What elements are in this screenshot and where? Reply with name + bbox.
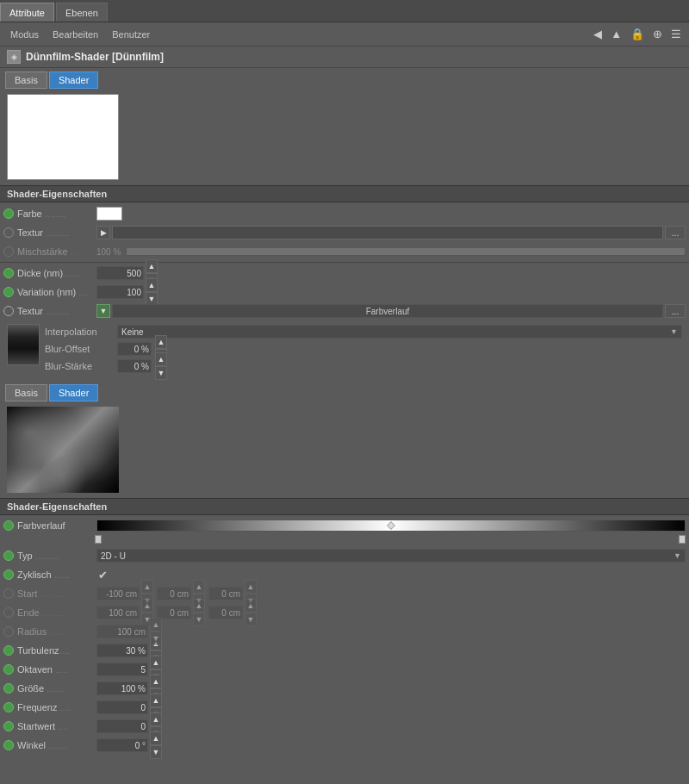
section1-tab-basis[interactable]: Basis (5, 72, 47, 89)
dicke-dot[interactable] (3, 268, 14, 278)
prop-start: Start ......... ▲ ▼ ▲ ▼ ▲ ▼ (0, 584, 689, 603)
blur-staerke-input[interactable] (117, 359, 152, 373)
blur-staerke-row: Blur-Stärke ▲ ▼ (45, 358, 682, 374)
prop-textur2: Textur ......... ▼ Farbverlauf ... (0, 302, 689, 320)
radius-dot[interactable] (3, 626, 14, 637)
interp-label: Interpolation (45, 327, 114, 337)
textur2-triangle[interactable]: ▼ (96, 304, 110, 318)
winkel-down[interactable]: ▼ (150, 745, 162, 759)
start-y-up[interactable]: ▲ (193, 580, 205, 594)
prop-farbe: Farbe ........ (0, 204, 689, 223)
frequenz-up[interactable]: ▲ (150, 694, 162, 707)
blur-staerke-up[interactable]: ▲ (155, 352, 167, 366)
oktaven-dot[interactable] (3, 664, 14, 675)
blur-staerke-down[interactable]: ▼ (155, 366, 167, 380)
startwert-dot[interactable] (3, 721, 14, 731)
textur1-triangle[interactable]: ▶ (96, 226, 110, 240)
startwert-input[interactable] (96, 719, 148, 733)
start-z[interactable] (208, 587, 243, 600)
triangle-icon[interactable]: ▲ (608, 26, 624, 42)
zyklisch-check[interactable]: ✔ (98, 569, 108, 582)
turbulenz-dot[interactable] (3, 645, 14, 656)
dicke-label: Dicke (nm)...... (17, 268, 95, 278)
section1-header: Shader-Eigenschaften (0, 185, 689, 202)
textur1-ellipsis[interactable]: ... (665, 226, 686, 240)
groesse-dot[interactable] (3, 683, 14, 694)
add-icon[interactable]: ⊕ (650, 26, 665, 42)
variation-input[interactable] (96, 285, 144, 299)
startwert-up[interactable]: ▲ (150, 712, 162, 726)
winkel-up[interactable]: ▲ (150, 731, 162, 745)
tab-attribute[interactable]: Attribute (0, 3, 54, 22)
toolbar-bearbeiten[interactable]: Bearbeiten (47, 28, 103, 41)
mischstaerke-dot[interactable] (3, 246, 14, 257)
start-z-up[interactable]: ▲ (245, 580, 257, 594)
ende-y-up[interactable]: ▲ (193, 599, 205, 613)
ende-x[interactable] (96, 606, 140, 619)
gradient-handle-left[interactable] (95, 535, 102, 544)
ende-dot[interactable] (3, 607, 14, 618)
farbverlauf-label: Farbverlauf (17, 520, 95, 531)
toolbar-benutzer[interactable]: Benutzer (107, 28, 155, 41)
zyklisch-dot[interactable] (3, 569, 14, 580)
prop-typ: Typ ......... 2D - U ▼ (0, 546, 689, 565)
radius-up[interactable]: ▲ (150, 618, 162, 632)
farbe-dot[interactable] (3, 208, 14, 219)
lock-icon[interactable]: 🔒 (628, 26, 647, 42)
dicke-input[interactable] (96, 266, 144, 280)
section1-tab-shader[interactable]: Shader (49, 72, 98, 89)
back-icon[interactable]: ◀ (591, 26, 605, 42)
farbverlauf-bar[interactable] (96, 520, 686, 532)
farbverlauf-dot[interactable] (3, 520, 14, 531)
start-y[interactable] (157, 587, 191, 600)
variation-dot[interactable] (3, 287, 14, 297)
farbe-swatch[interactable] (96, 207, 122, 221)
mischstaerke-slider[interactable] (126, 247, 686, 256)
oktaven-up[interactable]: ▲ (150, 656, 162, 669)
groesse-input[interactable] (96, 681, 148, 695)
frequenz-dot[interactable] (3, 702, 14, 712)
textur1-input[interactable] (112, 226, 663, 240)
typ-dot[interactable] (3, 551, 14, 561)
turbulenz-input[interactable] (96, 644, 148, 657)
section2-tab-basis[interactable]: Basis (5, 384, 47, 401)
interp-dropdown[interactable]: Keine ▼ (117, 325, 682, 339)
radius-down[interactable]: ▼ (150, 632, 162, 645)
gradient-thumbnail (7, 324, 40, 365)
variation-up[interactable]: ▲ (146, 278, 158, 292)
farbverlauf-label-field[interactable]: Farbverlauf (112, 304, 663, 318)
prop-farbverlauf: Farbverlauf (0, 517, 689, 546)
ende-z-up[interactable]: ▲ (245, 599, 257, 613)
section2-header: Shader-Eigenschaften (0, 498, 689, 515)
frequenz-input[interactable] (96, 700, 148, 714)
blur-offset-up[interactable]: ▲ (155, 335, 167, 349)
groesse-up[interactable]: ▲ (150, 675, 162, 688)
section2-tab-shader[interactable]: Shader (49, 384, 98, 401)
dicke-up[interactable]: ▲ (146, 259, 158, 273)
textur2-ellipsis[interactable]: ... (665, 304, 686, 318)
gradient-handle-right[interactable] (679, 535, 686, 544)
blur-offset-input[interactable] (117, 342, 152, 356)
start-dot[interactable] (3, 588, 14, 599)
typ-dropdown[interactable]: 2D - U ▼ (96, 549, 686, 563)
prop-mischstaerke: Mischstärke ... 100 % (0, 242, 689, 261)
start-x[interactable] (96, 587, 140, 600)
oktaven-input[interactable] (96, 663, 148, 676)
textur2-dot[interactable] (3, 306, 14, 316)
ende-x-up[interactable]: ▲ (141, 599, 153, 613)
gradient-preview-section: Interpolation Keine ▼ Blur-Offset ▲ ▼ Bl… (0, 320, 689, 377)
radius-input[interactable] (96, 625, 148, 638)
prop-startwert: Startwert .... ▲ ▼ (0, 717, 689, 736)
ende-z[interactable] (208, 606, 243, 619)
tab-ebenen[interactable]: Ebenen (56, 3, 108, 22)
winkel-input[interactable] (96, 738, 148, 752)
mischstaerke-value: 100 % (96, 247, 121, 257)
toolbar-modus[interactable]: Modus (5, 28, 44, 41)
winkel-dot[interactable] (3, 740, 14, 750)
zyklisch-label: Zyklisch ...... (17, 569, 95, 580)
blur-offset-row: Blur-Offset ▲ ▼ (45, 341, 682, 357)
start-x-up[interactable]: ▲ (141, 580, 153, 594)
menu-icon[interactable]: ☰ (668, 26, 684, 42)
textur1-dot[interactable] (3, 227, 14, 238)
ende-y[interactable] (157, 606, 191, 619)
